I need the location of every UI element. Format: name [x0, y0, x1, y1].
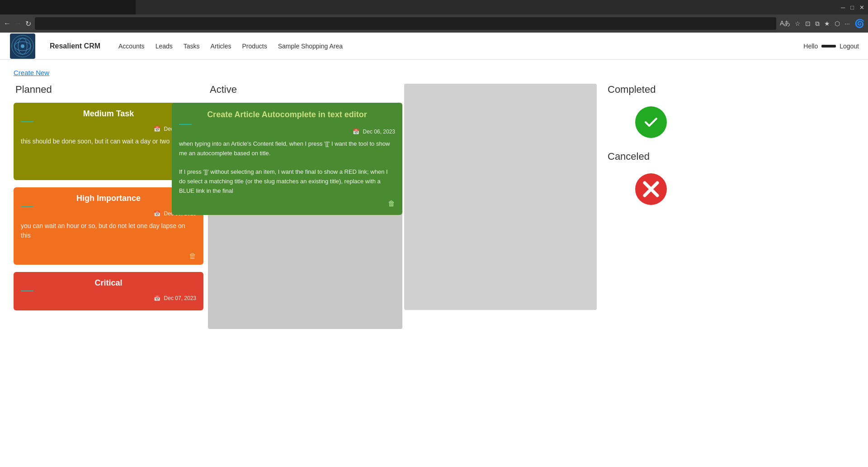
active-task-date: 📅 Dec 06, 2023 — [179, 129, 395, 135]
completed-icon — [635, 106, 667, 138]
hello-text: Hello — [803, 43, 818, 50]
canceled-section — [606, 170, 696, 209]
main-nav: Accounts Leads Tasks Articles Products S… — [118, 43, 343, 50]
calendar-icon-active: 📅 — [353, 129, 359, 135]
app-brand: Resalient CRM — [50, 42, 100, 50]
nav-sample-shopping[interactable]: Sample Shopping Area — [278, 43, 343, 50]
critical-divider — [21, 291, 33, 291]
edge-icon[interactable]: 🌀 — [854, 19, 864, 29]
active-task-body: when typing into an Article's Content fi… — [179, 139, 395, 196]
favorites-icon[interactable]: ★ — [824, 20, 830, 27]
nav-articles[interactable]: Articles — [211, 43, 231, 50]
split-icon[interactable]: ⧉ — [815, 20, 820, 28]
logo-image — [10, 33, 35, 59]
app-logo — [9, 33, 36, 60]
critical-task-date: 📅 Dec 07, 2023 — [21, 295, 196, 301]
nav-products[interactable]: Products — [242, 43, 267, 50]
empty-column — [404, 84, 597, 310]
canceled-header: Canceled — [606, 151, 696, 162]
create-new-link[interactable]: Create New — [14, 69, 49, 76]
completed-section — [606, 103, 696, 142]
planned-header: Planned — [14, 84, 203, 95]
nav-accounts[interactable]: Accounts — [118, 43, 145, 50]
critical-task-title: Critical — [21, 278, 196, 288]
calendar-icon-high: 📅 — [154, 210, 160, 217]
minimize-button[interactable]: ─ — [841, 4, 845, 11]
completed-column: Completed Canceled — [597, 84, 696, 209]
more-icon[interactable]: ··· — [844, 20, 850, 27]
completed-header: Completed — [606, 84, 696, 95]
nav-tasks[interactable]: Tasks — [184, 43, 200, 50]
high-task-delete[interactable]: 🗑 — [189, 252, 196, 260]
medium-task-footer: 🗑 — [21, 167, 196, 176]
high-task-date: 📅 Dec 06, 2023 — [21, 210, 196, 217]
high-task-body: you can wait an hour or so, but do not l… — [21, 221, 196, 248]
high-task-title: High Importance — [21, 194, 196, 203]
close-button[interactable]: ✕ — [859, 4, 864, 11]
maximize-button[interactable]: □ — [850, 4, 854, 11]
active-task-delete[interactable]: 🗑 — [388, 200, 395, 207]
reader-icon[interactable]: ⊡ — [805, 20, 811, 27]
high-divider — [21, 206, 33, 207]
forward-icon[interactable]: → — [14, 19, 22, 28]
medium-task-title: Medium Task — [21, 109, 196, 119]
username-badge — [821, 45, 836, 48]
medium-task-date: 📅 Dec 07, 2023 — [21, 126, 196, 132]
medium-task-body: this should be done soon, but it can wai… — [21, 137, 196, 164]
address-bar[interactable] — [35, 17, 776, 30]
active-task-card[interactable]: Create Article Autocomplete in text edit… — [172, 103, 402, 215]
medium-divider — [21, 121, 33, 122]
critical-task-card[interactable]: Critical 📅 Dec 07, 2023 — [14, 272, 203, 310]
app-navbar: Resalient CRM Accounts Leads Tasks Artic… — [0, 33, 868, 60]
active-task-footer: 🗑 — [179, 200, 395, 208]
active-divider — [179, 124, 192, 125]
kanban-board: Planned Medium Task 📅 Dec 07, 2023 this … — [14, 84, 854, 329]
canceled-icon — [635, 173, 667, 205]
svg-point-4 — [21, 44, 24, 48]
active-header: Active — [208, 84, 402, 95]
translate-icon[interactable]: Aあ — [780, 19, 790, 28]
high-task-footer: 🗑 — [21, 252, 196, 260]
active-bg: Create Article Autocomplete in text edit… — [208, 103, 402, 329]
star-icon[interactable]: ☆ — [795, 20, 801, 27]
active-task-title: Create Article Autocomplete in text edit… — [179, 110, 395, 119]
back-icon[interactable]: ← — [4, 19, 11, 28]
extensions-icon[interactable]: ⬡ — [835, 20, 840, 27]
calendar-icon-critical: 📅 — [154, 295, 160, 301]
main-content: Create New Planned Medium Task 📅 Dec 07,… — [0, 60, 868, 467]
calendar-icon: 📅 — [154, 126, 160, 132]
nav-leads[interactable]: Leads — [156, 43, 173, 50]
refresh-icon[interactable]: ↻ — [25, 19, 31, 28]
active-column: Active Create Article Autocomplete in te… — [208, 84, 402, 329]
logout-link[interactable]: Logout — [840, 43, 859, 50]
nav-right: Hello Logout — [803, 43, 859, 50]
